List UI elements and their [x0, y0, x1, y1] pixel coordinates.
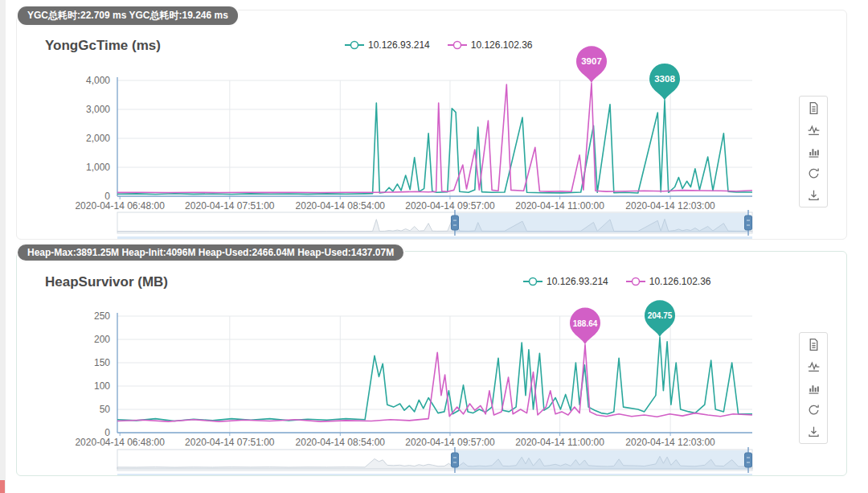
restore-icon[interactable] — [807, 403, 821, 417]
x-axis-tick-label: 2020-04-14 06:48:00 — [75, 437, 165, 448]
x-axis-tick-label: 2020-04-14 11:00:00 — [515, 437, 604, 448]
data-view-icon[interactable] — [807, 338, 821, 351]
series-line — [117, 101, 752, 195]
x-axis-tick-label: 2020-04-14 06:48:00 — [75, 200, 165, 212]
x-axis-tick-label: 2020-04-14 12:03:00 — [625, 200, 715, 212]
line-chart-icon[interactable] — [807, 359, 821, 373]
y-axis-tick-label: 200 — [94, 334, 110, 345]
x-axis-tick-label: 2020-04-14 08:54:00 — [296, 437, 386, 448]
x-axis-tick-label: 2020-04-14 12:03:00 — [625, 437, 715, 448]
y-axis-tick-label: 2,000 — [86, 133, 110, 144]
mark-point-value: 3308 — [654, 74, 675, 84]
chart-toolbox — [799, 96, 828, 207]
x-axis-tick-label: 2020-04-14 11:00:00 — [515, 200, 604, 212]
restore-icon[interactable] — [807, 166, 821, 180]
bar-chart-icon[interactable] — [807, 145, 821, 158]
datazoom-slider[interactable] — [117, 447, 752, 473]
mark-point-pin: 3907 — [576, 46, 607, 83]
yonggctime-panel: YongGcTime (ms) 10.126.93.21410.126.102.… — [16, 10, 847, 240]
bar-chart-icon[interactable] — [807, 381, 821, 395]
line-chart-icon[interactable] — [807, 123, 821, 137]
heapsurvivor-panel: HeapSurvivor (MB) 10.126.93.21410.126.10… — [16, 251, 847, 476]
mark-point-value: 188.64 — [573, 319, 598, 328]
datazoom-selected-region[interactable] — [455, 450, 748, 470]
datazoom-handle[interactable] — [745, 216, 752, 230]
datazoom-handle[interactable] — [451, 453, 458, 467]
gc-monitor-dashboard: YGC总耗时:22.709 ms YGC总耗时:19.246 ms Heap-M… — [0, 0, 868, 493]
save-image-icon[interactable] — [807, 188, 821, 202]
save-image-icon[interactable] — [807, 425, 821, 438]
mark-point-value: 3907 — [581, 56, 602, 66]
mark-point-pin: 3308 — [649, 64, 680, 101]
yonggctime-line-chart[interactable]: 01,0002,0003,0004,0002020-04-14 06:48:00… — [17, 10, 846, 239]
ygc-total-time-badge: YGC总耗时:22.709 ms YGC总耗时:19.246 ms — [18, 6, 238, 25]
scroll-strip — [117, 474, 752, 475]
chart-toolbox — [799, 332, 828, 444]
scroll-strip — [117, 236, 752, 239]
x-axis-tick-label: 2020-04-14 07:51:00 — [185, 437, 275, 448]
series-line — [117, 337, 752, 421]
x-axis-tick-label: 2020-04-14 09:57:00 — [405, 200, 495, 212]
data-view-icon[interactable] — [807, 101, 821, 115]
datazoom-selected-region[interactable] — [455, 213, 748, 232]
datazoom-slider[interactable] — [117, 210, 752, 236]
corner-decoration — [0, 480, 5, 493]
heapsurvivor-line-chart[interactable]: 0501001502002502020-04-14 06:48:002020-0… — [17, 252, 846, 475]
y-axis-tick-label: 100 — [94, 380, 110, 392]
x-axis-tick-label: 2020-04-14 07:51:00 — [185, 200, 275, 212]
page-left-edge — [0, 0, 6, 493]
y-axis-tick-label: 3,000 — [86, 104, 110, 115]
y-axis-tick-label: 50 — [100, 404, 111, 415]
y-axis-tick-label: 250 — [94, 310, 110, 322]
y-axis-tick-label: 150 — [94, 357, 110, 368]
y-axis-tick-label: 1,000 — [86, 162, 110, 173]
datazoom-handle[interactable] — [745, 453, 752, 467]
mark-point-value: 204.75 — [648, 311, 673, 320]
heap-summary-badge: Heap-Max:3891.25M Heap-Init:4096M Heap-U… — [18, 244, 403, 261]
x-axis-tick-label: 2020-04-14 08:54:00 — [296, 200, 386, 212]
datazoom-handle[interactable] — [451, 216, 458, 230]
y-axis-tick-label: 4,000 — [86, 75, 110, 86]
x-axis-tick-label: 2020-04-14 09:57:00 — [405, 437, 495, 448]
series-line — [117, 83, 752, 192]
